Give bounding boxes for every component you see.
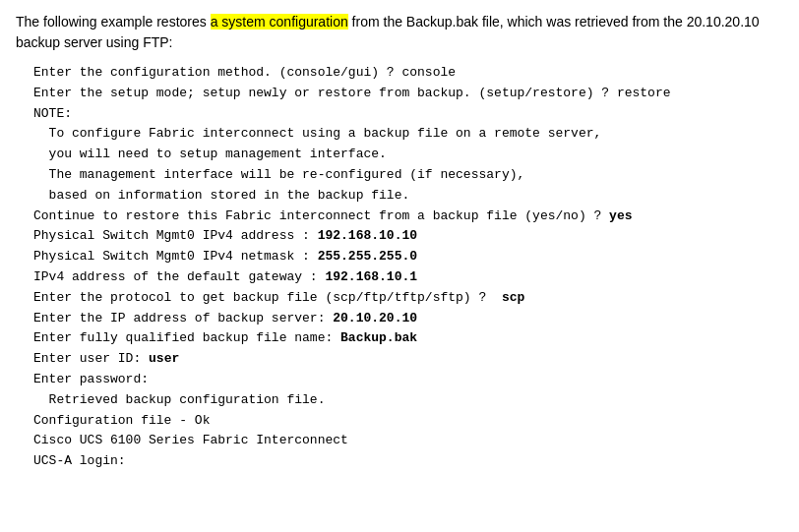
intro-text-before: The following example restores (16, 14, 211, 30)
code-line: The management interface will be re-conf… (33, 165, 783, 186)
code-line-bold: Backup.bak (340, 330, 417, 345)
code-line: Enter fully qualified backup file name: … (33, 328, 783, 349)
code-line-normal: IPv4 address of the default gateway : (33, 269, 325, 284)
code-line-normal: Enter user ID: (33, 351, 149, 366)
code-line-normal: Enter the IP address of backup server: (33, 311, 333, 325)
code-line-bold: 255.255.255.0 (318, 249, 417, 264)
code-block: Enter the configuration method. (console… (33, 63, 783, 472)
code-line-normal: Continue to restore this Fabric intercon… (33, 208, 609, 223)
code-line: based on information stored in the backu… (33, 186, 783, 207)
code-line: Configuration file - Ok (33, 411, 783, 432)
code-line: IPv4 address of the default gateway : 19… (33, 267, 783, 288)
code-line: UCS-A login: (33, 451, 783, 472)
code-line-normal: Physical Switch Mgmt0 IPv4 netmask : (33, 249, 318, 264)
code-line: Physical Switch Mgmt0 IPv4 netmask : 255… (33, 247, 783, 267)
intro-paragraph: The following example restores a system … (16, 12, 783, 53)
code-line-bold: user (149, 351, 179, 366)
code-line: Enter the setup mode; setup newly or res… (33, 84, 783, 104)
code-line: Cisco UCS 6100 Series Fabric Interconnec… (33, 431, 783, 451)
code-line-bold: 20.10.20.10 (333, 311, 417, 325)
code-line: Enter the IP address of backup server: 2… (33, 309, 783, 329)
code-line: Enter the configuration method. (console… (33, 63, 783, 84)
code-line: Enter password: (33, 370, 783, 390)
code-line: you will need to setup management interf… (33, 145, 783, 165)
code-line-normal: Enter fully qualified backup file name: (33, 330, 340, 345)
code-line-bold: 192.168.10.10 (318, 228, 417, 243)
code-line: To configure Fabric interconnect using a… (33, 124, 783, 145)
code-line-normal: Physical Switch Mgmt0 IPv4 address : (33, 228, 318, 243)
code-line: Physical Switch Mgmt0 IPv4 address : 192… (33, 226, 783, 247)
code-line-bold: scp (502, 290, 524, 305)
code-line: Enter user ID: user (33, 349, 783, 370)
highlight-text: a system configuration (211, 14, 348, 30)
code-line-bold: yes (609, 208, 632, 223)
code-line: Retrieved backup configuration file. (33, 390, 783, 411)
code-line: NOTE: (33, 104, 783, 125)
code-line-normal: Enter the protocol to get backup file (s… (33, 290, 502, 305)
code-line: Enter the protocol to get backup file (s… (33, 288, 783, 309)
code-line-bold: 192.168.10.1 (325, 269, 417, 284)
code-line: Continue to restore this Fabric intercon… (33, 207, 783, 227)
